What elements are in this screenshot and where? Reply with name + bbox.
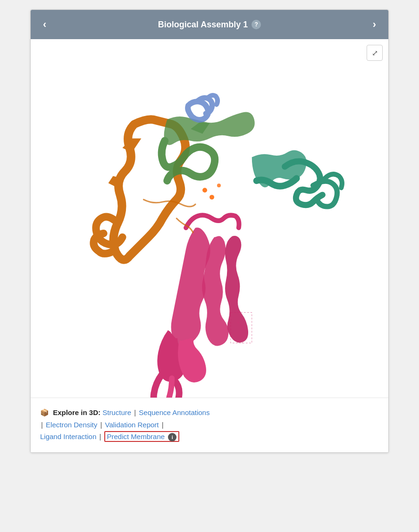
svg-point-3 [202, 188, 207, 192]
svg-point-4 [210, 195, 214, 200]
link-validation-report[interactable]: Validation Report [105, 421, 159, 429]
explore-links-line-2: | Electron Density | Validation Report | [40, 419, 379, 431]
predict-membrane-box: Predict Membrane i [104, 431, 180, 442]
expand-icon: ⤢ [372, 49, 378, 58]
link-sequence-annotations[interactable]: Sequence Annotations [139, 408, 210, 416]
sep-5: | [99, 432, 103, 441]
sep-1: | [134, 408, 138, 416]
expand-button[interactable]: ⤢ [367, 45, 383, 61]
link-structure[interactable]: Structure [102, 408, 131, 416]
help-icon[interactable]: ? [251, 20, 261, 29]
sep-3: | [100, 421, 104, 429]
predict-membrane-info-icon[interactable]: i [168, 433, 176, 441]
main-card: ‹ Biological Assembly 1 ? › [30, 9, 389, 453]
link-electron-density[interactable]: Electron Density [46, 421, 97, 429]
explore-links-line-3: Ligand Interaction | Predict Membrane i [40, 431, 379, 443]
link-ligand-interaction[interactable]: Ligand Interaction [40, 432, 96, 441]
next-arrow[interactable]: › [369, 17, 380, 33]
sep-4: | [162, 421, 164, 429]
header-title-group: Biological Assembly 1 ? [158, 20, 261, 30]
explore-links-line: 📦 Explore in 3D: Structure | Sequence An… [40, 407, 379, 419]
header: ‹ Biological Assembly 1 ? › [31, 10, 388, 39]
link-predict-membrane[interactable]: Predict Membrane [107, 432, 165, 441]
structure-viewer[interactable]: ⤢ [31, 39, 388, 398]
cube-icon: 📦 [40, 407, 49, 419]
sep-2: | [41, 421, 45, 429]
footer: 📦 Explore in 3D: Structure | Sequence An… [31, 398, 388, 452]
explore-label: Explore in 3D: [53, 408, 101, 416]
prev-arrow[interactable]: ‹ [39, 17, 50, 33]
header-title-text: Biological Assembly 1 [158, 20, 248, 30]
protein-structure-svg [31, 39, 388, 398]
svg-point-5 [217, 183, 221, 187]
